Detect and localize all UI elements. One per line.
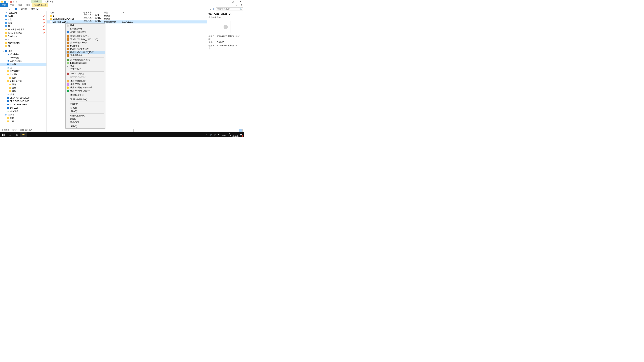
nav-libmus[interactable]: 音乐 — [12, 90, 16, 93]
nav-cpanel[interactable]: 控制面板 — [10, 110, 18, 113]
menu-notepadpp[interactable]: Edit with Notepad++ — [66, 61, 105, 64]
menu-burn[interactable]: 刻录光盘映像 — [66, 27, 105, 30]
navigation-pane[interactable]: ⌄★快速访问 Desktop📌 下载📌 文档📌 图片📌 excel表格制作求和📌… — [0, 11, 46, 132]
menu-qq-send[interactable]: 通过QQ发送到 — [66, 93, 105, 97]
menu-delete[interactable]: 删除(D) — [66, 117, 105, 120]
qat-close-icon[interactable]: ✕ — [10, 1, 12, 3]
menu-youdao[interactable]: 上传到有道云笔记 — [66, 30, 105, 33]
start-button[interactable] — [0, 132, 7, 137]
qat-more-icon[interactable]: ▾ — [16, 1, 18, 3]
column-name[interactable]: 名称 — [46, 11, 84, 14]
nav-libraries[interactable]: 库 — [10, 66, 12, 69]
taskbar-explorer[interactable] — [20, 132, 27, 137]
menu-send-to[interactable]: 发送到(N)› — [66, 102, 105, 105]
menu-share[interactable]: ↗共享 — [66, 64, 105, 68]
tab-disc-image-tools[interactable]: 光盘映像工具 — [32, 3, 48, 7]
nav-pictures2[interactable]: 图片 — [8, 45, 12, 48]
breadcrumb-thispc[interactable]: 此电脑 — [21, 7, 28, 10]
tab-file[interactable]: 文件 — [0, 3, 8, 7]
chevron-right-icon[interactable]: › — [18, 8, 20, 10]
nav-downloads[interactable]: 下载 — [8, 18, 12, 21]
nav-net4[interactable]: ZMT2019 — [10, 107, 18, 109]
address-dropdown-button[interactable]: ⌄ — [209, 8, 212, 10]
tab-home[interactable]: 主页 — [8, 3, 16, 7]
tray-ime-indicator[interactable]: 中 — [213, 132, 217, 137]
tray-security-icon[interactable]: ⚑ — [217, 132, 221, 137]
view-thumbs-button[interactable] — [239, 129, 242, 132]
nav-excel[interactable]: excel表格制作求和 — [8, 28, 24, 31]
menu-create-shortcut[interactable]: 创建快捷方式(S) — [66, 114, 105, 117]
action-center-button[interactable]: 💬3 — [239, 132, 243, 137]
nav-tcloud[interactable]: 天翼云盘下载 — [10, 80, 22, 83]
nav-net2[interactable]: DESKTOP-NJEU3CG — [10, 100, 29, 102]
menu-open-360zip[interactable]: 用360压缩打开(Q) — [66, 41, 105, 44]
nav-gdrive[interactable]: G:\ — [8, 38, 10, 41]
search-input[interactable]: 搜索"文档 (E:)" 🔍 — [216, 7, 243, 11]
menu-add-zip[interactable]: 添加到 "Win7x64_2020.zip" (T) — [66, 38, 105, 41]
tab-share[interactable]: 共享 — [16, 3, 24, 7]
nav-documents[interactable]: 文档 — [8, 21, 12, 24]
tab-view[interactable]: 查看 — [24, 3, 32, 7]
menu-cut[interactable]: 剪切(T) — [66, 107, 105, 110]
file-row[interactable]: 1 2020/12/15, 星期二 1... 文件夹 — [46, 14, 207, 17]
nav-files[interactable]: 文件 — [10, 120, 14, 123]
qat-dropdown-icon[interactable]: ▾ — [13, 1, 15, 3]
maximize-button[interactable]: ▢ — [229, 0, 236, 3]
nav-admin[interactable]: Administrator — [10, 60, 22, 62]
menu-other-compress[interactable]: 其他压缩命令› — [66, 54, 105, 57]
nav-onedrive[interactable]: OneDrive — [10, 53, 19, 55]
nav-forward-button[interactable]: → — [5, 8, 8, 10]
nav-libpic[interactable]: 图片 — [12, 83, 16, 86]
view-details-button[interactable] — [134, 129, 137, 132]
breadcrumb-drive[interactable]: 文档 (E:) — [31, 7, 40, 10]
menu-extract-to[interactable]: 解压到(F)... — [66, 44, 105, 47]
task-view-button[interactable]: ▯▯ — [14, 132, 20, 137]
menu-copy[interactable]: 复制(C) — [66, 110, 105, 113]
menu-open-with[interactable]: 打开方式(H)› — [66, 68, 105, 71]
qat-check-icon[interactable]: ✔ — [7, 1, 9, 3]
menu-360-force-delete[interactable]: 使用 360强力删除 — [66, 83, 105, 86]
menu-restore-versions[interactable]: 还原以前的版本(V) — [66, 98, 105, 101]
menu-extract-here[interactable]: 解压到当前文件夹(X) — [66, 47, 105, 51]
nav-thispc[interactable]: 此电脑 — [10, 63, 16, 66]
chevron-right-icon[interactable]: › — [40, 8, 42, 10]
menu-360-unlock[interactable]: 使用 360解除占用 — [66, 80, 105, 83]
nav-recent-button[interactable]: ⌄ — [8, 8, 11, 10]
nav-desktop[interactable]: Desktop — [8, 15, 15, 17]
nav-back-button[interactable]: ← — [1, 8, 4, 10]
file-row-selected[interactable]: Win7x64_2020.iso 2020/12/25, 星期五 1... 光盘… — [46, 20, 207, 23]
nav-video[interactable]: 视频 — [12, 76, 16, 79]
menu-bee-browser[interactable]: 用 蜂蜜浏览器 浏览(3) — [66, 58, 105, 61]
column-size[interactable]: 大小 — [121, 11, 133, 14]
tray-volume-icon[interactable]: 🔊 — [209, 132, 213, 137]
nav-net1[interactable]: DESKTOP-LSSOEDP — [10, 97, 30, 99]
nav-software[interactable]: 软件 — [10, 117, 14, 119]
tray-overflow-button[interactable]: ⌃ — [204, 132, 209, 137]
menu-rename[interactable]: 重命名(M) — [66, 120, 105, 124]
menu-360-scan[interactable]: 使用 360进行木马云查杀 — [66, 86, 105, 89]
menu-add-archive[interactable]: 添加到压缩文件(A)... — [66, 35, 105, 38]
nav-libdoc[interactable]: 文档 — [12, 86, 16, 89]
menu-extract-named[interactable]: 解压到 Win7x64_2020\ (E) — [66, 51, 105, 54]
column-type[interactable]: 类型 — [104, 11, 121, 14]
nav-savedpics[interactable]: 保存的图片 — [10, 70, 20, 72]
nav-cameraroll[interactable]: 本机照片 — [10, 73, 18, 76]
nav-wps[interactable]: WPS网盘 — [10, 56, 19, 59]
nav-quick-access[interactable]: 快速访问 — [9, 11, 17, 14]
menu-baidu-pan[interactable]: 上传到百度网盘 — [66, 72, 105, 75]
nav-bandicam[interactable]: Bandicam — [8, 35, 16, 37]
menu-360-manage[interactable]: 使用 360管理右键菜单 — [66, 89, 105, 92]
menu-properties[interactable]: 属性(R) — [66, 125, 105, 128]
nav-net3[interactable]: PC-20190530OBLA — [10, 103, 28, 106]
refresh-button[interactable]: ⟳ — [213, 8, 215, 10]
ribbon-expand-button[interactable]: ⌄ — [233, 3, 239, 7]
show-desktop-button[interactable] — [243, 132, 244, 137]
nav-up-button[interactable]: ↑ — [12, 8, 14, 10]
nav-desktop-root[interactable]: 桌面 — [8, 50, 12, 52]
nav-win7reinstall[interactable]: win7重装win7 — [8, 41, 20, 44]
search-button[interactable]: ⌕ — [7, 132, 14, 137]
file-row[interactable]: BaiduNetdiskDownload 2020/12/25, 星期五 1..… — [46, 17, 207, 20]
nav-yunqishi[interactable]: YUNQISHI2019 — [8, 32, 22, 34]
nav-pictures[interactable]: 图片 — [8, 25, 12, 28]
chevron-right-icon[interactable]: › — [28, 8, 30, 10]
